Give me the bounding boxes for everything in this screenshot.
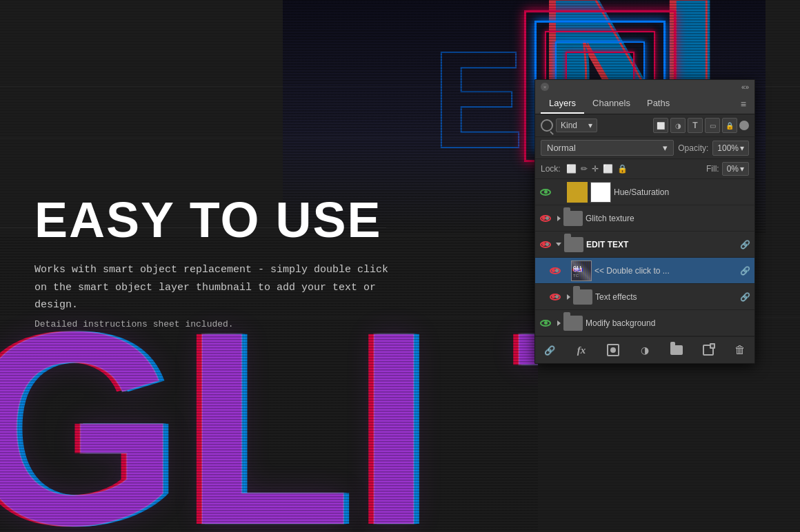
layer-folder-icon (563, 211, 583, 226)
eye-shape (540, 320, 551, 327)
lock-transparent-icon[interactable]: ⬜ (566, 164, 577, 174)
new-layer-icon[interactable] (701, 342, 716, 358)
filter-smart-icon[interactable]: 🔒 (722, 118, 737, 133)
layer-thumbnail: GLI TC (571, 260, 592, 281)
tab-channels[interactable]: Channels (584, 94, 639, 114)
fill-chevron: ▾ (740, 164, 744, 174)
filter-icons: ⬜ ◑ T ▭ 🔒 (653, 118, 749, 133)
layer-row[interactable]: Glitch texture (535, 205, 754, 232)
blend-mode-label: Normal (547, 143, 576, 153)
filter-dot-icon[interactable] (739, 121, 749, 130)
opacity-value[interactable]: 100% ▾ (712, 141, 749, 156)
eye-shape (540, 241, 551, 248)
layer-link-icon[interactable]: 🔗 (739, 291, 750, 303)
description-line2: on the smart object layer thumbnail to a… (34, 279, 421, 314)
filter-type-icon[interactable]: T (688, 118, 703, 133)
filter-row: Kind ▾ ⬜ ◑ T ▭ 🔒 (535, 114, 754, 137)
layer-name: Glitch texture (586, 214, 750, 223)
layers-list: Hue/Saturation Glitch texture (535, 179, 754, 336)
fill-value[interactable]: 0% ▾ (722, 162, 749, 176)
layer-name: << Double click to ... (594, 266, 737, 276)
eye-visibility-icon[interactable] (539, 317, 552, 329)
tab-paths[interactable]: Paths (639, 94, 678, 114)
eye-shape (540, 189, 551, 196)
description-text: Works with smart object replacement - si… (34, 261, 421, 332)
description-line3: Detailed instructions sheet included. (34, 317, 421, 332)
panel-menu-icon[interactable]: ≡ (738, 96, 749, 112)
fill-number: 0% (727, 164, 739, 174)
layer-name: Modify background (586, 318, 750, 328)
lock-label: Lock: (541, 164, 561, 174)
layer-folder-icon (563, 316, 583, 331)
filter-kind-label: Kind (561, 121, 577, 130)
blend-mode-row: Normal ▾ Opacity: 100% ▾ (535, 137, 754, 159)
layer-row[interactable]: Hue/Saturation (535, 179, 754, 205)
panel-bottom-toolbar: 🔗 fx ◑ 🗑 (535, 336, 754, 363)
panel-tabs: Layers Channels Paths ≡ (535, 94, 754, 114)
layer-name: Hue/Saturation (614, 187, 750, 197)
delete-layer-icon[interactable]: 🗑 (732, 342, 748, 358)
description-line1: Works with smart object replacement - si… (34, 261, 421, 279)
layer-row[interactable]: Modify background (535, 310, 754, 336)
filter-kind-chevron: ▾ (588, 121, 592, 130)
tab-layers[interactable]: Layers (541, 94, 584, 114)
layer-expand-chevron[interactable] (557, 320, 561, 326)
lock-paint-icon[interactable]: ✏ (581, 164, 588, 174)
layer-thumbnail (567, 182, 588, 203)
opacity-chevron: ▾ (740, 143, 744, 153)
eye-visibility-icon[interactable] (539, 238, 552, 251)
fill-label: Fill: (706, 164, 719, 174)
create-link-icon[interactable]: 🔗 (542, 342, 557, 358)
filter-pixel-icon[interactable]: ⬜ (653, 118, 668, 133)
filter-adjustment-icon[interactable]: ◑ (670, 118, 686, 133)
layer-folder-icon (564, 237, 583, 252)
layer-expand-chevron[interactable] (567, 294, 570, 300)
panel-close-button[interactable]: × (541, 83, 549, 91)
fill-section: Fill: 0% ▾ (706, 162, 749, 176)
fx-icon[interactable]: fx (574, 342, 589, 358)
lock-row: Lock: ⬜ ✏ ✛ ⬜ 🔒 Fill: 0% ▾ (535, 159, 754, 179)
filter-shape-icon[interactable]: ▭ (705, 118, 720, 133)
filter-kind-select[interactable]: Kind ▾ (556, 119, 597, 132)
layer-folder-icon (573, 289, 592, 305)
opacity-number: 100% (717, 143, 739, 153)
lock-icons: ⬜ ✏ ✛ ⬜ 🔒 (566, 164, 628, 174)
text-content-area: EASY TO USE Works with smart object repl… (34, 193, 421, 332)
lock-artboard-icon[interactable]: ⬜ (603, 164, 613, 174)
blend-mode-select[interactable]: Normal ▾ (541, 140, 674, 156)
layer-name: EDIT TEXT (586, 240, 737, 249)
layer-link-icon[interactable]: 🔗 (739, 239, 750, 250)
opacity-label: Opacity: (678, 143, 708, 153)
layer-link-icon[interactable]: 🔗 (739, 265, 750, 276)
eye-shape (550, 267, 561, 274)
lock-all-icon[interactable]: 🔒 (617, 164, 628, 174)
panel-expand-button[interactable]: «» (741, 83, 749, 91)
blend-chevron: ▾ (663, 143, 668, 153)
page-title: EASY TO USE (34, 193, 421, 247)
tabs-group: Layers Channels Paths (541, 94, 678, 114)
layer-row[interactable]: Text effects 🔗 (535, 284, 754, 310)
eye-visibility-icon[interactable] (549, 265, 561, 277)
eye-visibility-icon[interactable] (539, 212, 552, 225)
layer-name: Text effects (595, 292, 737, 302)
layer-row[interactable]: EDIT TEXT 🔗 (535, 232, 754, 258)
adjustment-layer-icon[interactable]: ◑ (637, 342, 652, 358)
layer-mask-thumbnail (590, 182, 611, 203)
eye-shape (540, 215, 551, 222)
new-group-icon[interactable] (669, 342, 684, 358)
add-mask-icon[interactable] (606, 342, 621, 358)
layer-row[interactable]: GLI TC << Double click to ... 🔗 (535, 258, 754, 284)
filter-search-icon[interactable] (541, 119, 553, 132)
layers-panel: × «» Layers Channels Paths ≡ Kind ▾ ⬜ ◑ … (534, 79, 755, 364)
layer-collapse-chevron[interactable] (556, 243, 561, 246)
panel-top-bar: × «» (535, 80, 754, 94)
layer-expand-chevron[interactable] (557, 216, 561, 221)
eye-visibility-icon[interactable] (539, 186, 552, 198)
lock-position-icon[interactable]: ✛ (592, 164, 599, 174)
eye-shape (550, 294, 561, 300)
eye-visibility-icon[interactable] (549, 291, 561, 303)
